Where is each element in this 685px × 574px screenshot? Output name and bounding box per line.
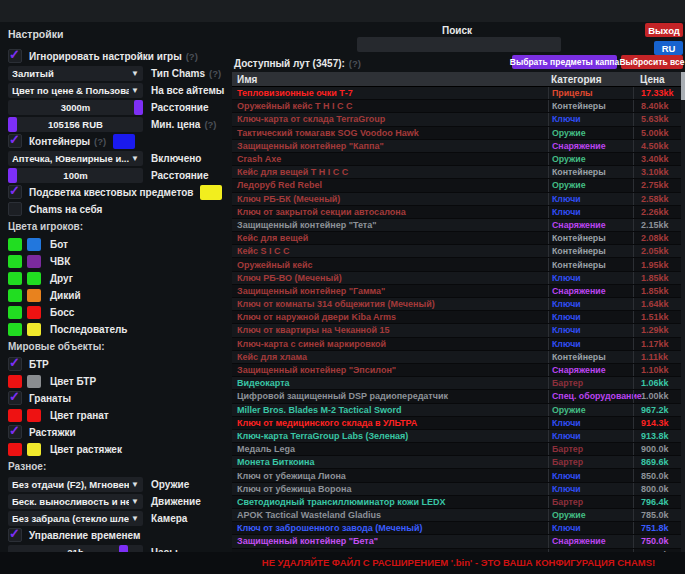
chams-type-row: Залитый Тип Chams (?) <box>8 66 230 80</box>
player-color-swatch-1[interactable] <box>8 323 22 336</box>
grenade-color-swatch-1[interactable] <box>8 409 22 422</box>
loot-row[interactable]: Ключ-карта с синей маркировкойКлючи1.17k… <box>232 338 685 351</box>
quest-highlight-color-swatch[interactable] <box>200 185 222 200</box>
loot-row[interactable]: Ледоруб Red RebelОружие2.75kk <box>232 179 685 192</box>
player-color-swatch-1[interactable] <box>8 255 22 268</box>
slider-handle[interactable] <box>8 168 17 183</box>
movement-dropdown[interactable]: Беск. выносливость и нет уста <box>8 494 143 509</box>
item-price: 800.0k <box>633 483 685 495</box>
ignore-game-settings-checkbox[interactable] <box>8 49 22 63</box>
player-color-swatch-1[interactable] <box>8 272 22 285</box>
loot-row[interactable]: Miller Bros. Blades M-2 Tactical SwordОр… <box>232 404 685 417</box>
select-kappa-items-button[interactable]: Выбрать предметы каппа <box>512 55 617 69</box>
loot-row[interactable]: Защищенный контейнер "Каппа"Снаряжение4.… <box>232 140 685 153</box>
loot-row[interactable]: Crash AxeОружие3.40kk <box>232 153 685 166</box>
item-category: Контейнеры <box>548 258 633 270</box>
loot-row[interactable]: Тактический томагавк SOG Voodoo HawkОруж… <box>232 127 685 140</box>
loot-row[interactable]: Кейс для вещейКонтейнеры2.08kk <box>232 232 685 245</box>
player-color-swatch-1[interactable] <box>8 238 22 251</box>
loot-row[interactable]: Кейс для хламаКонтейнеры1.11kk <box>232 351 685 364</box>
column-header-name[interactable]: Имя <box>232 74 548 85</box>
grenade-color-swatch-2[interactable] <box>27 409 41 422</box>
loot-row[interactable]: Ключ от медицинского склада в УЛЬТРАКлюч… <box>232 417 685 430</box>
player-color-swatch-2[interactable] <box>27 306 41 319</box>
player-color-swatch-1[interactable] <box>8 306 22 319</box>
player-color-swatch-1[interactable] <box>8 289 22 302</box>
help-icon[interactable]: (?) <box>349 58 361 69</box>
loot-row[interactable]: Ключ от убежища ВоронаКлючи800.0k <box>232 483 685 496</box>
all-items-dropdown[interactable]: Цвет по цене & Пользователь <box>8 83 143 98</box>
min-price-slider[interactable]: 105156 RUB <box>8 117 143 132</box>
loot-row[interactable]: ВидеокартаБартер1.06kk <box>232 377 685 390</box>
btr-color-swatch-1[interactable] <box>8 375 22 388</box>
player-color-swatch-2[interactable] <box>27 238 41 251</box>
help-icon[interactable]: (?) <box>186 51 198 62</box>
loot-row[interactable]: Ключ от заброшенного завода (Меченый)Клю… <box>232 522 685 535</box>
player-color-swatch-2[interactable] <box>27 255 41 268</box>
player-color-label: Друг <box>50 273 73 284</box>
loot-row[interactable]: Цифровой защищенный DSP радиопередатчикС… <box>232 390 685 403</box>
tripwire-color-swatch-2[interactable] <box>27 443 41 456</box>
slider-handle[interactable] <box>134 100 143 115</box>
tripwire-color-swatch-1[interactable] <box>8 443 22 456</box>
loot-row[interactable]: Защищенный контейнер "Гамма"Снаряжение1.… <box>232 285 685 298</box>
camera-label: Камера <box>151 513 187 524</box>
loot-row[interactable]: Ключ-карта от склада TerraGroupКлючи5.63… <box>232 113 685 126</box>
column-header-category[interactable]: Категория <box>548 74 633 85</box>
loot-row[interactable]: Защищенный контейнер "Бета"Снаряжение750… <box>232 535 685 548</box>
distance-slider[interactable]: 3000m <box>8 100 143 115</box>
item-category: Контейнеры <box>548 100 633 112</box>
chams-self-checkbox[interactable] <box>8 202 22 216</box>
table-scrollbar[interactable] <box>681 72 685 552</box>
containers-color-swatch[interactable] <box>113 134 135 149</box>
player-color-swatch-2[interactable] <box>27 289 41 302</box>
help-icon[interactable]: (?) <box>204 119 216 130</box>
exit-button[interactable]: Выход <box>645 23 683 37</box>
loot-row[interactable]: Тепловизионные очки Т-7Прицелы17.33kk <box>232 87 685 100</box>
search-input[interactable] <box>357 37 561 52</box>
loot-row[interactable]: Медаль LegaБартер900.0k <box>232 443 685 456</box>
loot-row[interactable]: Ключ от квартиры на Чеканной 15Ключи1.29… <box>232 324 685 337</box>
loot-row[interactable]: Ключ РБ-ВО (Меченый)Ключи1.85kk <box>232 272 685 285</box>
time-control-checkbox[interactable] <box>8 528 22 542</box>
loot-row[interactable]: Ключ-карта TerraGroup Labs (Зеленая)Ключ… <box>232 430 685 443</box>
help-icon[interactable]: (?) <box>94 136 106 147</box>
loot-row[interactable]: Кейс S I C CКонтейнеры2.05kk <box>232 245 685 258</box>
movement-label: Движение <box>151 496 201 507</box>
player-color-swatch-2[interactable] <box>27 323 41 336</box>
loot-row[interactable]: Оружейный кейсКонтейнеры1.95kk <box>232 258 685 271</box>
distance2-slider[interactable]: 100m <box>8 168 143 183</box>
loot-row[interactable]: Ключ от наружной двери Kiba ArmsКлючи1.5… <box>232 311 685 324</box>
loot-row[interactable]: Защищенный контейнер "Эпсилон"Снаряжение… <box>232 364 685 377</box>
min-price-label: Мин. цена <box>151 119 200 130</box>
item-price: 1.85kk <box>633 272 685 284</box>
language-button[interactable]: RU <box>654 41 683 55</box>
player-color-swatch-2[interactable] <box>27 272 41 285</box>
loot-row[interactable]: Ключ от убежища ЛионаКлючи850.0k <box>232 469 685 482</box>
btr-color-swatch-2[interactable] <box>27 375 41 388</box>
btr-checkbox[interactable] <box>8 357 22 371</box>
loot-row[interactable]: Ключ от закрытой секции автосалонаКлючи2… <box>232 206 685 219</box>
scrollbar-thumb[interactable] <box>681 72 685 100</box>
slider-handle[interactable] <box>8 117 17 132</box>
loot-row[interactable]: Защищенный контейнер "Тета"Снаряжение2.1… <box>232 219 685 232</box>
chams-type-dropdown[interactable]: Залитый <box>8 66 143 81</box>
item-category: Ключи <box>548 469 633 481</box>
loot-row[interactable]: Оружейный кейс T H I C CКонтейнеры8.40kk <box>232 100 685 113</box>
loot-row[interactable]: Монета БиткоинаБартер869.6k <box>232 456 685 469</box>
loot-row[interactable]: APOK Tactical Wasteland GladiusОружие785… <box>232 509 685 522</box>
loot-row[interactable]: Ключ от комнаты 314 общежития (Меченый)К… <box>232 298 685 311</box>
containers-checkbox[interactable] <box>8 134 22 148</box>
help-icon[interactable]: (?) <box>209 68 221 79</box>
loot-row[interactable]: Ключ РБ-БК (Меченый)Ключи2.58kk <box>232 193 685 206</box>
tripwires-checkbox[interactable] <box>8 425 22 439</box>
dump-all-button[interactable]: Выбросить все <box>621 55 683 69</box>
column-header-price[interactable]: Цена <box>633 74 685 85</box>
weapon-dropdown[interactable]: Без отдачи (F2), Мгновенное п <box>8 477 143 492</box>
grenades-checkbox[interactable] <box>8 391 22 405</box>
loot-row[interactable]: Кейс для вещей T H I C CКонтейнеры3.10kk <box>232 166 685 179</box>
camera-dropdown[interactable]: Без забрала (стекло шлема) <box>8 511 143 526</box>
loot-row[interactable]: Светодиодный трансиллюминатор кожи LEDXБ… <box>232 496 685 509</box>
quest-highlight-checkbox[interactable] <box>8 185 22 199</box>
included-dropdown[interactable]: Аптечка, Ювелирные и... <box>8 151 143 166</box>
